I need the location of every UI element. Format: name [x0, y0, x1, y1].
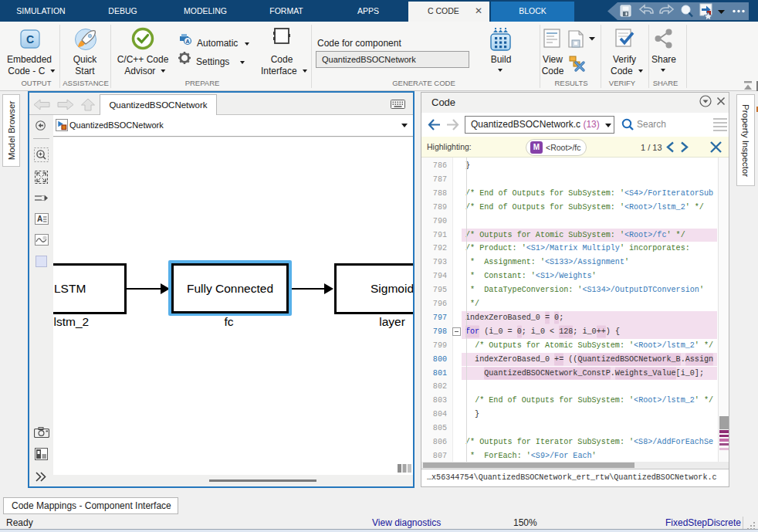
svg-text:A: A [185, 39, 189, 44]
svg-text:A: A [37, 215, 42, 223]
svg-text:C: C [26, 33, 34, 46]
